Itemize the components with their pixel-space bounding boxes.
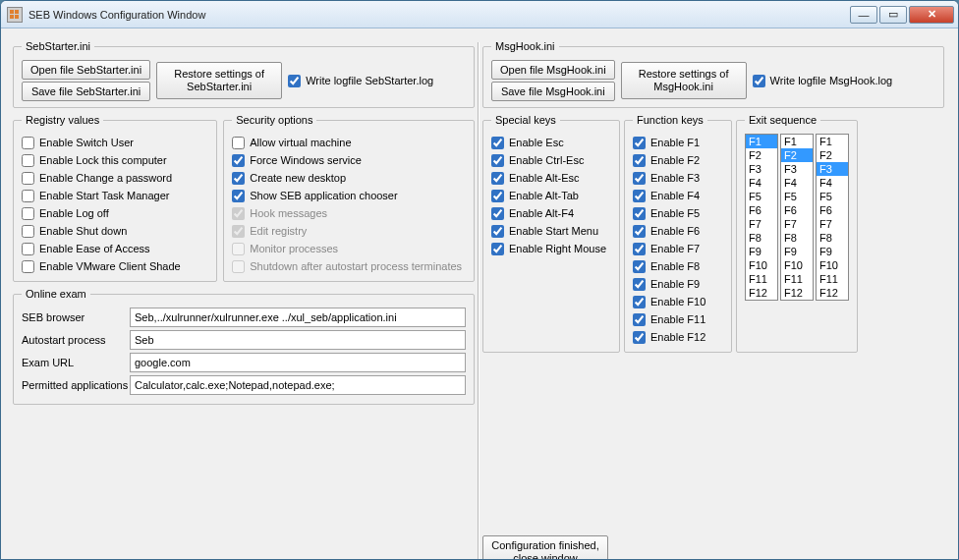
checkbox-row[interactable]: Enable VMware Client Shade [22, 257, 208, 275]
listbox-item[interactable]: F2 [781, 148, 813, 162]
listbox-item[interactable]: F7 [781, 217, 813, 231]
checkbox[interactable] [22, 260, 34, 273]
write-msghook-log[interactable]: Write logfile MsgHook.log [753, 72, 893, 89]
checkbox-row[interactable]: Enable F10 [633, 293, 723, 310]
listbox-item[interactable]: F5 [817, 190, 848, 203]
checkbox-row[interactable]: Create new desktop [232, 169, 466, 187]
checkbox-row[interactable]: Enable F1 [633, 134, 723, 151]
checkbox[interactable] [491, 207, 504, 220]
listbox-item[interactable]: F10 [817, 258, 848, 272]
checkbox-row[interactable]: Enable Lock this computer [22, 151, 208, 169]
checkbox[interactable] [491, 172, 504, 185]
listbox-item[interactable]: F6 [817, 203, 848, 217]
checkbox-row[interactable]: Enable Log off [22, 204, 208, 222]
write-sebstarter-log-checkbox[interactable] [288, 75, 301, 87]
listbox-item[interactable]: F9 [746, 245, 777, 258]
permitted-input[interactable] [130, 375, 466, 395]
checkbox[interactable] [22, 207, 34, 220]
exit-sequence-list-2[interactable]: F1F2F3F4F5F6F7F8F9F10F11F12 [780, 134, 814, 301]
checkbox-row[interactable]: Enable F5 [633, 204, 723, 222]
checkbox[interactable] [491, 190, 504, 202]
listbox-item[interactable]: F4 [817, 176, 848, 190]
listbox-item[interactable]: F4 [746, 176, 777, 190]
checkbox-row[interactable]: Enable F8 [633, 257, 723, 275]
save-msghook-button[interactable]: Save file MsgHook.ini [491, 82, 615, 101]
listbox-item[interactable]: F5 [781, 190, 813, 203]
listbox-item[interactable]: F12 [746, 286, 777, 300]
checkbox[interactable] [232, 190, 245, 202]
checkbox-row[interactable]: Enable F11 [633, 310, 723, 328]
listbox-item[interactable]: F6 [781, 203, 813, 217]
checkbox-row[interactable]: Force Windows service [232, 151, 466, 169]
checkbox-row[interactable]: Enable F7 [633, 240, 723, 257]
titlebar[interactable]: SEB Windows Configuration Window — ▭ ✕ [1, 1, 958, 28]
checkbox-row[interactable]: Enable F3 [633, 169, 723, 187]
checkbox[interactable] [633, 278, 646, 291]
checkbox[interactable] [633, 154, 646, 167]
listbox-item[interactable]: F11 [781, 272, 813, 286]
exit-sequence-list-3[interactable]: F1F2F3F4F5F6F7F8F9F10F11F12 [816, 134, 849, 301]
checkbox-row[interactable]: Enable Change a password [22, 169, 208, 187]
checkbox-row[interactable]: Enable F12 [633, 328, 723, 346]
checkbox-row[interactable]: Enable Alt-Esc [491, 169, 611, 187]
listbox-item[interactable]: F3 [781, 162, 813, 176]
restore-sebstarter-button[interactable]: Restore settings of SebStarter.ini [156, 62, 282, 99]
checkbox[interactable] [491, 137, 504, 149]
listbox-item[interactable]: F2 [746, 148, 777, 162]
maximize-button[interactable]: ▭ [879, 6, 907, 24]
checkbox[interactable] [22, 154, 34, 167]
checkbox[interactable] [232, 137, 245, 149]
listbox-item[interactable]: F4 [781, 176, 813, 190]
listbox-item[interactable]: F7 [817, 217, 848, 231]
listbox-item[interactable]: F12 [781, 286, 813, 300]
listbox-item[interactable]: F6 [746, 203, 777, 217]
checkbox[interactable] [232, 154, 245, 167]
checkbox[interactable] [22, 225, 34, 238]
checkbox-row[interactable]: Enable F9 [633, 275, 723, 293]
checkbox[interactable] [491, 243, 504, 255]
listbox-item[interactable]: F12 [817, 286, 848, 300]
listbox-item[interactable]: F3 [817, 162, 848, 176]
write-sebstarter-log[interactable]: Write logfile SebStarter.log [288, 72, 433, 89]
listbox-item[interactable]: F3 [746, 162, 777, 176]
listbox-item[interactable]: F9 [781, 245, 813, 258]
exam-url-input[interactable] [130, 353, 466, 372]
checkbox[interactable] [633, 260, 646, 273]
exit-sequence-list-1[interactable]: F1F2F3F4F5F6F7F8F9F10F11F12 [745, 134, 778, 301]
listbox-item[interactable]: F2 [817, 148, 848, 162]
checkbox[interactable] [491, 154, 504, 167]
restore-msghook-button[interactable]: Restore settings of MsgHook.ini [621, 62, 747, 99]
checkbox[interactable] [633, 172, 646, 185]
listbox-item[interactable]: F8 [817, 231, 848, 245]
open-msghook-button[interactable]: Open file MsgHook.ini [491, 60, 615, 80]
save-sebstarter-button[interactable]: Save file SebStarter.ini [22, 82, 150, 101]
checkbox[interactable] [633, 225, 646, 238]
checkbox-row[interactable]: Enable Esc [491, 134, 611, 151]
seb-browser-input[interactable] [130, 308, 466, 327]
listbox-item[interactable]: F10 [781, 258, 813, 272]
checkbox-row[interactable]: Allow virtual machine [232, 134, 466, 151]
checkbox[interactable] [633, 296, 646, 308]
checkbox[interactable] [232, 172, 245, 185]
listbox-item[interactable]: F8 [746, 231, 777, 245]
checkbox[interactable] [633, 243, 646, 255]
listbox-item[interactable]: F1 [781, 135, 813, 148]
checkbox[interactable] [633, 190, 646, 202]
checkbox-row[interactable]: Enable Shut down [22, 222, 208, 240]
listbox-item[interactable]: F5 [746, 190, 777, 203]
listbox-item[interactable]: F11 [817, 272, 848, 286]
autostart-input[interactable] [130, 330, 466, 350]
write-msghook-log-checkbox[interactable] [753, 75, 765, 87]
listbox-item[interactable]: F8 [781, 231, 813, 245]
checkbox[interactable] [633, 313, 646, 326]
listbox-item[interactable]: F11 [746, 272, 777, 286]
close-button[interactable]: ✕ [909, 6, 954, 24]
checkbox[interactable] [22, 243, 34, 255]
checkbox[interactable] [491, 225, 504, 238]
listbox-item[interactable]: F9 [817, 245, 848, 258]
checkbox[interactable] [633, 331, 646, 344]
listbox-item[interactable]: F1 [746, 135, 777, 148]
checkbox-row[interactable]: Show SEB application chooser [232, 187, 466, 204]
checkbox-row[interactable]: Enable Right Mouse [491, 240, 611, 257]
checkbox[interactable] [633, 137, 646, 149]
